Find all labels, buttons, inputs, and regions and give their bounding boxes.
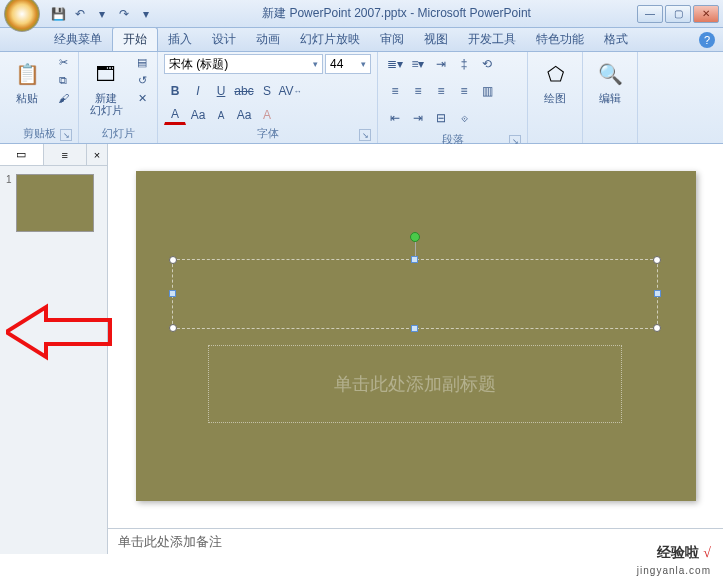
paste-icon: 📋 [11,58,43,90]
numbering-button[interactable]: ≡▾ [407,54,429,74]
editing-group-label [589,128,631,143]
close-button[interactable]: ✕ [693,5,719,23]
delete-slide-button[interactable]: ✕ [133,90,151,106]
vertical-scrollbar[interactable] [713,144,723,554]
qat-undo[interactable]: ↶ [70,4,90,24]
tab-developer[interactable]: 开发工具 [458,28,526,51]
decrease-indent-button[interactable]: ⇤ [384,108,406,128]
resize-handle-s[interactable] [411,325,418,332]
line-spacing-button[interactable]: ‡ [453,54,475,74]
slide-thumbnail[interactable] [16,174,94,232]
align-center-button[interactable]: ≡ [407,81,429,101]
cut-button[interactable]: ✂ [54,54,72,70]
change-case-button[interactable]: Aa [233,105,255,125]
increase-indent-button[interactable]: ⇥ [407,108,429,128]
subtitle-placeholder-text: 单击此处添加副标题 [334,372,496,396]
thumb-number: 1 [6,174,12,232]
resize-handle-se[interactable] [653,324,661,332]
align-left-button[interactable]: ≡ [384,81,406,101]
tab-format[interactable]: 格式 [594,28,638,51]
title-placeholder[interactable] [172,259,658,329]
shapes-icon: ⬠ [539,58,571,90]
strike-button[interactable]: abc [233,81,255,101]
new-slide-label: 新建 幻灯片 [90,92,123,116]
font-launcher[interactable]: ↘ [359,129,371,141]
watermark-url: jingyanla.com [637,565,711,576]
format-painter-button[interactable]: 🖌 [54,90,72,106]
font-size-combo[interactable]: 44▾ [325,54,371,74]
office-button[interactable] [4,0,40,32]
paste-button[interactable]: 📋 粘贴 [6,54,48,104]
find-icon: 🔍 [594,58,626,90]
drawing-group-label [534,128,576,143]
shadow-button[interactable]: S [256,81,278,101]
resize-handle-nw[interactable] [169,256,177,264]
bullets-button[interactable]: ≣▾ [384,54,406,74]
watermark: 经验啦 √ [657,544,711,562]
tab-review[interactable]: 审阅 [370,28,414,51]
outline-tab[interactable]: ≡ [44,144,88,165]
minimize-button[interactable]: — [637,5,663,23]
list-level-button[interactable]: ⇥ [430,54,452,74]
smartart-button[interactable]: ⟐ [453,108,475,128]
font-name-combo[interactable]: 宋体 (标题)▾ [164,54,323,74]
shrink-font-button[interactable]: A [210,105,232,125]
clipboard-launcher[interactable]: ↘ [60,129,72,141]
new-slide-button[interactable]: 🗔 新建 幻灯片 [85,54,127,116]
slides-tab[interactable]: ▭ [0,144,44,165]
columns-button[interactable]: ▥ [476,81,498,101]
qat-dd1[interactable]: ▾ [92,4,112,24]
qat-save[interactable]: 💾 [48,4,68,24]
resize-handle-sw[interactable] [169,324,177,332]
underline-button[interactable]: U [210,81,232,101]
text-direction-button[interactable]: ⟲ [476,54,498,74]
tab-design[interactable]: 设计 [202,28,246,51]
resize-handle-w[interactable] [169,290,176,297]
editing-label: 编辑 [599,92,621,104]
tab-home[interactable]: 开始 [112,27,158,51]
justify-button[interactable]: ≡ [453,81,475,101]
drawing-label: 绘图 [544,92,566,104]
layout-button[interactable]: ▤ [133,54,151,70]
tab-insert[interactable]: 插入 [158,28,202,51]
maximize-button[interactable]: ▢ [665,5,691,23]
align-text-button[interactable]: ⊟ [430,108,452,128]
tab-animations[interactable]: 动画 [246,28,290,51]
char-spacing-button[interactable]: AV↔ [279,81,301,101]
clear-format-button[interactable]: A [256,105,278,125]
italic-button[interactable]: I [187,81,209,101]
grow-font-button[interactable]: Aa [187,105,209,125]
bold-button[interactable]: B [164,81,186,101]
help-icon[interactable]: ? [699,32,715,48]
slides-group-label: 幻灯片 [85,125,151,143]
align-right-button[interactable]: ≡ [430,81,452,101]
resize-handle-e[interactable] [654,290,661,297]
tab-classic[interactable]: 经典菜单 [44,28,112,51]
new-slide-icon: 🗔 [90,58,122,90]
font-group-label: 字体↘ [164,125,371,143]
window-title: 新建 PowerPoint 2007.pptx - Microsoft Powe… [156,5,637,22]
rotation-handle[interactable] [410,232,420,242]
clipboard-group-label: 剪贴板↘ [6,125,72,143]
tab-view[interactable]: 视图 [414,28,458,51]
subtitle-placeholder[interactable]: 单击此处添加副标题 [208,345,622,423]
resize-handle-ne[interactable] [653,256,661,264]
reset-button[interactable]: ↺ [133,72,151,88]
tab-special[interactable]: 特色功能 [526,28,594,51]
qat-redo[interactable]: ↷ [114,4,134,24]
panel-close[interactable]: × [87,149,107,161]
notes-pane[interactable]: 单击此处添加备注 [108,528,723,554]
slide-canvas[interactable]: 单击此处添加副标题 [136,171,696,501]
copy-button[interactable]: ⧉ [54,72,72,88]
editing-button[interactable]: 🔍 编辑 [589,54,631,104]
qat-customize[interactable]: ▾ [136,4,156,24]
paste-label: 粘贴 [16,92,38,104]
tab-slideshow[interactable]: 幻灯片放映 [290,28,370,51]
resize-handle-n[interactable] [411,256,418,263]
font-color-button[interactable]: A [164,105,186,125]
drawing-button[interactable]: ⬠ 绘图 [534,54,576,104]
